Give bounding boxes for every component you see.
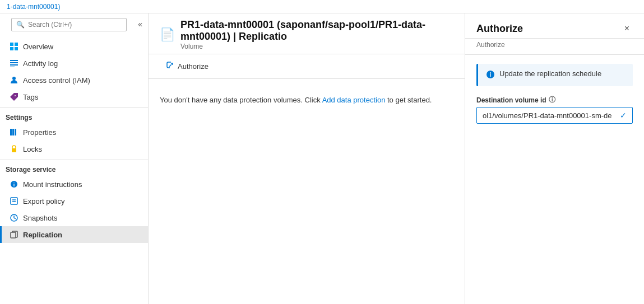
- sidebar-item-activity-log[interactable]: Activity log: [0, 55, 148, 72]
- destination-volume-field-group: Destination volume id ⓘ ol1/volumes/PR1-…: [476, 95, 633, 124]
- sidebar-item-label: Activity log: [23, 59, 58, 68]
- search-bar[interactable]: 🔍: [11, 18, 127, 31]
- toolbar: Authorize: [149, 54, 465, 79]
- sidebar-item-properties[interactable]: Properties: [0, 124, 148, 141]
- page-title: PR1-data-mnt00001 (saponanf/sap-pool1/PR…: [180, 19, 453, 43]
- clock-icon: [10, 213, 18, 222]
- add-data-protection-link[interactable]: Add data protection: [322, 96, 386, 104]
- collapse-button[interactable]: «: [135, 18, 146, 30]
- authorize-button[interactable]: Authorize: [160, 59, 215, 74]
- panel-header: Authorize ×: [465, 13, 644, 39]
- link-icon: [166, 62, 174, 71]
- svg-rect-10: [12, 129, 14, 135]
- empty-message: You don't have any data protection volum…: [160, 96, 453, 104]
- svg-rect-3: [15, 47, 18, 50]
- svg-text:i: i: [13, 182, 15, 188]
- svg-rect-7: [10, 67, 15, 67]
- copy-icon: [10, 230, 18, 239]
- field-label: Destination volume id ⓘ: [476, 95, 633, 105]
- breadcrumb-text: 1-data-mnt00001): [7, 3, 60, 11]
- content-area: You don't have any data protection volum…: [149, 79, 465, 304]
- settings-section-label: Settings: [0, 107, 148, 124]
- sidebar-item-label: Overview: [23, 43, 53, 51]
- svg-rect-15: [11, 198, 17, 204]
- empty-text-part1: You don't have any data protection volum…: [160, 96, 322, 104]
- main-content: 📄 PR1-data-mnt00001 (saponanf/sap-pool1/…: [149, 13, 465, 304]
- panel-body: i Update the replication schedule Destin…: [465, 55, 644, 133]
- empty-text-part2: to get started.: [385, 96, 432, 104]
- info-icon: i: [486, 70, 495, 81]
- svg-rect-19: [11, 232, 16, 238]
- right-panel: Authorize × Authorize i Update the repli…: [465, 13, 644, 304]
- panel-close-button[interactable]: ×: [621, 22, 633, 35]
- sidebar-item-label: Tags: [23, 93, 38, 101]
- info-message: Update the replication schedule: [499, 69, 601, 78]
- info-circle-icon: i: [10, 180, 18, 189]
- bars-icon: [10, 128, 18, 137]
- svg-rect-2: [10, 47, 13, 50]
- page-header: 📄 PR1-data-mnt00001 (saponanf/sap-pool1/…: [149, 13, 465, 54]
- svg-text:i: i: [490, 72, 492, 78]
- sidebar-item-replication[interactable]: Replication: [0, 226, 148, 243]
- authorize-label: Authorize: [178, 62, 209, 71]
- grid-icon: [10, 42, 18, 51]
- sidebar-item-label: Access control (IAM): [23, 76, 90, 85]
- sidebar-item-label: Mount instructions: [23, 180, 82, 189]
- svg-rect-9: [10, 129, 12, 135]
- info-box: i Update the replication schedule: [476, 64, 633, 86]
- page-subtitle: Volume: [180, 43, 453, 50]
- search-row: 🔍 «: [0, 13, 148, 38]
- sidebar-item-label: Replication: [23, 231, 62, 239]
- person-icon: [10, 76, 18, 85]
- svg-point-8: [12, 77, 16, 80]
- sidebar-item-mount-instructions[interactable]: i Mount instructions: [0, 176, 148, 193]
- sidebar: 🔍 « Overview Activity log Access control…: [0, 13, 149, 304]
- search-input[interactable]: [28, 21, 122, 29]
- sidebar-item-snapshots[interactable]: Snapshots: [0, 209, 148, 226]
- sidebar-item-label: Properties: [23, 128, 56, 137]
- search-icon: 🔍: [16, 21, 25, 29]
- destination-volume-input[interactable]: ol1/volumes/PR1-data-mnt00001-sm-de ✓: [476, 107, 633, 124]
- sidebar-item-overview[interactable]: Overview: [0, 38, 148, 55]
- svg-rect-11: [15, 129, 16, 135]
- svg-rect-1: [15, 43, 18, 46]
- sidebar-item-label: Export policy: [23, 197, 64, 205]
- field-value: ol1/volumes/PR1-data-mnt00001-sm-de: [483, 111, 612, 120]
- list-icon: [10, 59, 18, 68]
- svg-rect-4: [10, 60, 18, 61]
- panel-title: Authorize: [476, 23, 523, 35]
- check-icon: ✓: [620, 111, 627, 120]
- sidebar-item-label: Snapshots: [23, 214, 57, 222]
- svg-rect-12: [12, 148, 16, 152]
- sidebar-item-label: Locks: [23, 145, 42, 153]
- sidebar-item-tags[interactable]: Tags: [0, 88, 148, 105]
- field-label-text: Destination volume id: [476, 96, 546, 104]
- svg-rect-0: [10, 43, 13, 46]
- panel-subtitle: Authorize: [465, 39, 644, 55]
- breadcrumb: 1-data-mnt00001): [0, 0, 644, 13]
- sidebar-item-export-policy[interactable]: Export policy: [0, 193, 148, 209]
- sidebar-item-iam[interactable]: Access control (IAM): [0, 72, 148, 88]
- sidebar-item-locks[interactable]: Locks: [0, 141, 148, 157]
- export-icon: [10, 197, 18, 205]
- field-hint-icon: ⓘ: [549, 95, 555, 105]
- svg-rect-6: [10, 64, 18, 66]
- page-icon: 📄: [160, 27, 175, 42]
- lock-icon: [10, 144, 18, 153]
- tag-icon: [10, 92, 18, 101]
- svg-rect-5: [10, 62, 18, 63]
- storage-section-label: Storage service: [0, 160, 148, 176]
